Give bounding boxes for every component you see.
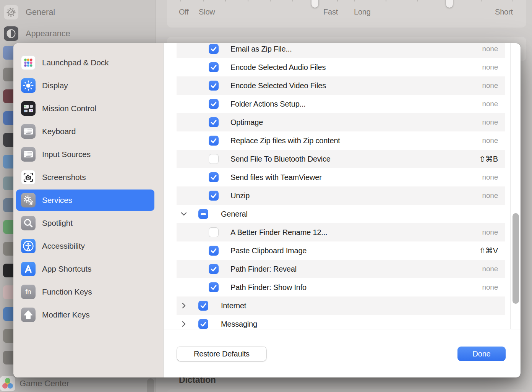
service-row[interactable]: Replace Zip files with Zip contentnone — [177, 131, 505, 150]
launchpad-icon — [21, 55, 36, 70]
service-checkbox[interactable] — [209, 154, 219, 164]
shortcut-value: none — [482, 63, 498, 71]
repeat-sliders-card: Off Slow Fast Long Short — [167, 0, 526, 28]
service-label: Path Finder: Reveal — [230, 265, 297, 274]
shortcut-value: none — [482, 265, 498, 273]
gear-icon — [4, 5, 18, 19]
sidebar-item-label: Spotlight — [42, 219, 73, 228]
restore-defaults-button[interactable]: Restore Defaults — [177, 347, 266, 361]
done-button[interactable]: Done — [457, 347, 506, 361]
slider-label-fast: Fast — [323, 8, 338, 16]
search-icon — [21, 216, 36, 230]
service-row[interactable]: Path Finder: Revealnone — [177, 260, 505, 278]
sidebar-item-function-keys[interactable]: fn Function Keys — [16, 281, 154, 303]
service-checkbox[interactable] — [198, 319, 208, 329]
scrollbar-thumb[interactable] — [513, 213, 519, 304]
service-label: Replace Zip files with Zip content — [230, 136, 340, 145]
service-row[interactable]: Folder Actions Setup...none — [177, 95, 505, 113]
service-checkbox[interactable] — [209, 81, 219, 91]
sidebar-item-appearance-dimmed: Appearance — [4, 26, 70, 41]
accessibility-icon — [21, 239, 36, 253]
service-label: Unzip — [230, 191, 250, 200]
game-center-icon — [0, 376, 15, 391]
service-row[interactable]: Optimagenone — [177, 113, 505, 131]
service-checkbox[interactable] — [209, 44, 219, 54]
sidebar-item-keyboard[interactable]: Keyboard — [16, 121, 154, 142]
service-row[interactable]: A Better Finder Rename 12...none — [177, 223, 505, 241]
background-card-3 — [167, 389, 526, 392]
service-checkbox[interactable] — [209, 264, 219, 274]
shortcut-value: none — [482, 81, 498, 90]
appearance-icon — [4, 26, 18, 41]
service-checkbox[interactable] — [209, 62, 219, 72]
service-checkbox[interactable] — [198, 301, 208, 311]
background-scrollbar-thumb — [147, 378, 154, 392]
service-checkbox[interactable] — [209, 117, 219, 127]
chevron-right-icon[interactable] — [181, 303, 187, 309]
sidebar-item-launchpad-dock[interactable]: Launchpad & Dock — [16, 52, 154, 73]
service-label: Send File To Bluetooth Device — [230, 155, 331, 164]
sidebar-item-game-center-dimmed: Game Center — [0, 376, 69, 391]
service-row[interactable]: Send File To Bluetooth Device⇧⌘B — [177, 150, 505, 168]
service-checkbox[interactable] — [209, 136, 219, 146]
service-checkbox[interactable] — [209, 246, 219, 256]
service-label: Encode Selected Video Files — [230, 81, 326, 90]
chevron-right-icon[interactable] — [181, 321, 187, 327]
service-checkbox[interactable] — [209, 99, 219, 109]
shortcut-value: ⇧⌘V — [479, 246, 498, 255]
sidebar-item-services[interactable]: Services — [16, 190, 154, 211]
services-shortcuts-sheet: Launchpad & Dock Display — [13, 43, 521, 377]
screen: Off Slow Fast Long Short General — [0, 0, 532, 392]
shortcut-value: none — [482, 283, 498, 292]
service-label: Optimage — [230, 118, 263, 127]
sidebar-item-mission-control[interactable]: Mission Control — [16, 98, 154, 119]
service-group-row[interactable]: Internet — [177, 296, 505, 315]
service-row[interactable]: Paste Clipboard Image⇧⌘V — [177, 241, 505, 260]
sidebar-item-label: Screenshots — [42, 173, 86, 182]
service-checkbox[interactable] — [209, 227, 219, 237]
service-checkbox[interactable] — [209, 172, 219, 182]
sidebar-item-screenshots[interactable]: Screenshots — [16, 167, 154, 188]
service-label: A Better Finder Rename 12... — [230, 228, 327, 237]
sidebar-item-label: App Shortcuts — [42, 264, 91, 274]
sidebar-item-general-dimmed: General — [4, 5, 55, 19]
chevron-down-icon[interactable] — [181, 211, 187, 217]
screenshots-icon — [21, 170, 36, 185]
service-label: Folder Actions Setup... — [230, 100, 306, 109]
service-label: Email as Zip File... — [230, 45, 292, 53]
group-label: Messaging — [221, 320, 257, 329]
service-row[interactable]: Path Finder: Show Infonone — [177, 278, 505, 296]
sidebar-item-label: Keyboard — [42, 127, 76, 136]
shortcut-value: none — [482, 228, 498, 236]
service-row[interactable]: Email as Zip File...none — [177, 43, 505, 58]
table-bottom-border — [163, 329, 521, 329]
slider-label-slow: Slow — [199, 8, 215, 16]
service-checkbox[interactable] — [198, 209, 208, 219]
service-label: Encode Selected Audio Files — [230, 63, 326, 72]
sidebar-item-input-sources[interactable]: Input Sources — [16, 144, 154, 165]
sidebar-item-display[interactable]: Display — [16, 75, 154, 96]
service-row[interactable]: Encode Selected Audio Filesnone — [177, 58, 505, 76]
service-row[interactable]: Encode Selected Video Filesnone — [177, 76, 505, 95]
sidebar-item-accessibility[interactable]: Accessibility — [16, 235, 154, 257]
sidebar-item-spotlight[interactable]: Spotlight — [16, 212, 154, 234]
table-right-border — [510, 43, 511, 329]
sidebar-item-app-shortcuts[interactable]: App Shortcuts — [16, 258, 154, 280]
slider-label-off: Off — [179, 8, 189, 16]
shortcut-value: none — [482, 191, 498, 200]
sidebar-item-label: Launchpad & Dock — [42, 58, 109, 67]
service-checkbox[interactable] — [209, 191, 219, 201]
key-repeat-slider-thumb — [311, 0, 318, 8]
sidebar-item-modifier-keys[interactable]: Modifier Keys — [16, 304, 154, 326]
sidebar-item-label: Services — [42, 196, 72, 205]
service-group-row[interactable]: General — [177, 205, 505, 223]
sidebar-item-label: Display — [42, 81, 68, 90]
service-row[interactable]: Unzipnone — [177, 186, 505, 205]
service-group-row[interactable]: Messaging — [177, 315, 505, 333]
services-table: Email as Zip File...none Encode Selected… — [177, 43, 505, 329]
mission-control-icon — [21, 101, 36, 116]
service-checkbox[interactable] — [209, 282, 219, 292]
service-row[interactable]: Send files with TeamViewernone — [177, 168, 505, 186]
shift-arrow-icon — [21, 308, 36, 322]
shortcut-value: none — [482, 173, 498, 181]
